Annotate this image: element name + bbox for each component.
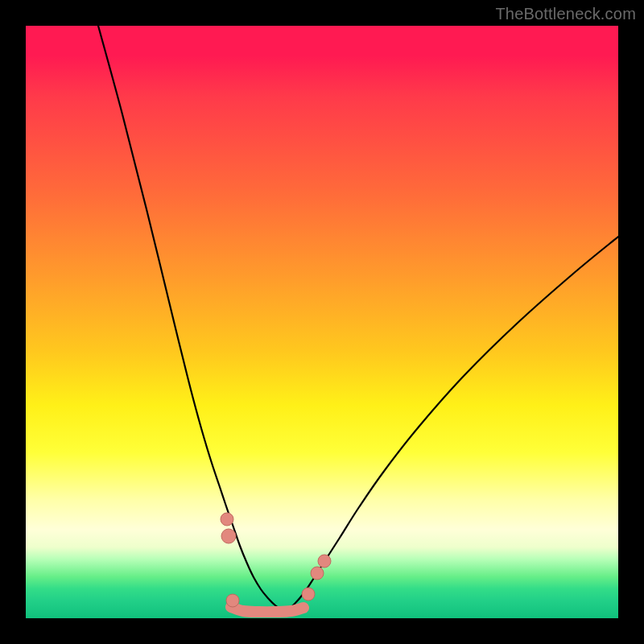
marker-dot xyxy=(318,555,331,568)
marker-dot xyxy=(226,594,239,607)
marker-dot xyxy=(311,567,324,580)
trough-highlight xyxy=(231,607,303,612)
plot-area xyxy=(26,26,618,618)
marker-dot xyxy=(221,513,233,526)
chart-frame: TheBottleneck.com xyxy=(0,0,644,644)
marker-dot xyxy=(221,529,236,543)
marker-group xyxy=(221,513,331,607)
watermark-text: TheBottleneck.com xyxy=(495,5,636,23)
marker-layer xyxy=(26,26,618,618)
marker-dot xyxy=(302,588,315,601)
